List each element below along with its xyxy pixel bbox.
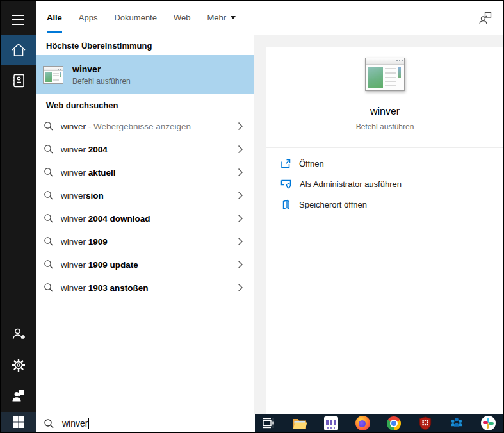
tab-dokumente[interactable]: Dokumente (114, 1, 156, 35)
people-app-button[interactable] (449, 416, 464, 431)
firefox-icon (355, 416, 370, 430)
sidebar-item-feedback[interactable] (1, 380, 36, 411)
search-icon (44, 190, 54, 200)
web-search-section-label: Web durchsuchen (36, 94, 254, 115)
suggestion-text: winver 2004 download (61, 214, 150, 224)
tab-mehr[interactable]: Mehr (207, 1, 236, 35)
search-icon (44, 259, 54, 270)
hamburger-icon (12, 15, 24, 25)
chevron-right-icon[interactable] (238, 168, 243, 177)
sidebar-item-home[interactable] (1, 35, 36, 65)
tab-mehr-label: Mehr (207, 13, 226, 22)
sidebar (1, 1, 36, 432)
best-match-subtitle: Befehl ausführen (72, 77, 131, 86)
open-location-icon (280, 199, 291, 210)
security-app-button[interactable] (418, 416, 433, 431)
people-app-icon (449, 416, 464, 430)
journal-icon (10, 72, 27, 89)
search-icon (44, 282, 54, 293)
web-suggestion-row[interactable]: winver - Webergebnisse anzeigen (36, 115, 254, 138)
action-open-file-location[interactable]: Speicherort öffnen (280, 194, 503, 215)
tab-alle-label: Alle (47, 13, 62, 22)
search-icon (44, 121, 54, 131)
suggestion-text: winver 1909 update (61, 260, 138, 270)
add-user-icon (10, 326, 27, 343)
web-suggestion-row[interactable]: winver aktuell (36, 161, 254, 184)
tab-alle[interactable]: Alle (47, 1, 62, 35)
web-suggestion-row[interactable]: winver 2004 (36, 138, 254, 161)
slack-button[interactable] (480, 416, 496, 431)
best-match-title: winver (72, 64, 131, 74)
sidebar-item-journal[interactable] (1, 65, 36, 96)
firefox-button[interactable] (355, 416, 370, 431)
task-view-icon (261, 416, 276, 430)
search-icon (44, 167, 54, 177)
web-suggestion-row[interactable]: winver 1903 anstoßen (36, 276, 254, 299)
chevron-right-icon[interactable] (238, 283, 243, 292)
text-caret (88, 418, 89, 429)
preview-subtitle: Befehl ausführen (356, 122, 414, 131)
tab-web[interactable]: Web (174, 1, 191, 35)
sidebar-item-settings[interactable] (1, 350, 36, 380)
user-feedback-icon (478, 10, 493, 26)
web-suggestion-row[interactable]: winver 2004 download (36, 207, 254, 230)
action-open-file-location-label: Speicherort öffnen (299, 200, 367, 209)
admin-shield-icon (280, 179, 292, 190)
windows-logo-icon (12, 416, 25, 429)
file-explorer-icon (292, 416, 307, 430)
web-suggestion-row[interactable]: winver 1909 (36, 230, 254, 253)
open-icon (280, 158, 291, 169)
chevron-down-icon (231, 16, 236, 19)
chevron-right-icon[interactable] (238, 214, 243, 223)
suggestion-text: winver 2004 (61, 145, 108, 154)
chrome-button[interactable] (386, 416, 402, 431)
winver-app-icon (43, 66, 63, 84)
user-account-button[interactable] (476, 9, 494, 27)
search-input-value[interactable]: winver (62, 418, 88, 429)
tab-dokumente-label: Dokumente (114, 13, 156, 22)
chevron-right-icon[interactable] (238, 191, 243, 200)
hamburger-menu-button[interactable] (1, 6, 36, 34)
slack-icon (481, 416, 496, 430)
action-run-as-admin-label: Als Administrator ausführen (300, 179, 402, 189)
action-open[interactable]: Öffnen (280, 153, 503, 174)
chevron-right-icon[interactable] (238, 260, 243, 269)
taskbar (255, 414, 503, 432)
file-explorer-button[interactable] (292, 416, 307, 431)
best-match-texts: winver Befehl ausführen (72, 64, 131, 86)
windows-search-flyout: Alle Apps Dokumente Web Mehr Höchste Übe… (0, 0, 504, 433)
web-suggestion-row[interactable]: winversion (36, 184, 254, 207)
purple-app-button[interactable] (323, 416, 339, 431)
gear-icon (10, 357, 27, 373)
chevron-right-icon[interactable] (238, 145, 243, 154)
taskbar-search-box[interactable]: winver (36, 414, 255, 432)
preview-panel: winver Befehl ausführen Öffnen (254, 35, 503, 414)
chevron-right-icon[interactable] (238, 122, 243, 131)
home-icon (10, 42, 28, 58)
feedback-person-icon (10, 388, 27, 404)
search-filter-tabbar: Alle Apps Dokumente Web Mehr (36, 1, 503, 35)
purple-app-icon (324, 416, 338, 430)
search-icon (44, 144, 54, 154)
best-match-result[interactable]: winver Befehl ausführen (36, 55, 254, 94)
search-icon (44, 236, 54, 247)
security-shield-icon (418, 416, 432, 430)
chevron-right-icon[interactable] (238, 237, 243, 246)
suggestion-text: winver 1909 (61, 237, 108, 247)
suggestion-text: winver - Webergebnisse anzeigen (61, 122, 191, 131)
search-icon (44, 418, 54, 429)
tab-apps[interactable]: Apps (79, 1, 98, 35)
chrome-icon (387, 416, 401, 430)
best-match-section-label: Höchste Übereinstimmung (36, 35, 254, 55)
action-open-label: Öffnen (299, 159, 324, 168)
suggestion-text: winversion (61, 191, 104, 200)
tab-apps-label: Apps (79, 13, 98, 22)
web-suggestion-row[interactable]: winver 1909 update (36, 253, 254, 276)
action-run-as-admin[interactable]: Als Administrator ausführen (280, 174, 503, 194)
suggestion-text: winver 1903 anstoßen (61, 283, 149, 293)
search-results-panel: Höchste Übereinstimmung winver Befehl au… (36, 35, 254, 414)
sidebar-item-add-account[interactable] (1, 319, 36, 350)
preview-card: winver Befehl ausführen Öffnen (266, 47, 503, 414)
start-button[interactable] (1, 412, 36, 432)
task-view-button[interactable] (261, 416, 276, 431)
